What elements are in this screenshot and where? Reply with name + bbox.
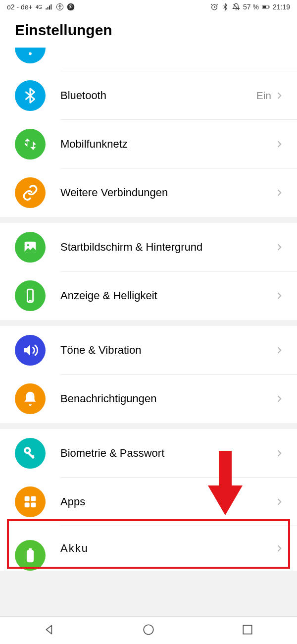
key-icon (15, 438, 46, 469)
link-icon (15, 177, 46, 208)
svg-point-12 (27, 244, 29, 246)
chevron-right-icon (274, 242, 284, 252)
sound-icon (15, 335, 46, 366)
chevron-right-icon (274, 543, 284, 553)
clock-time: 21:19 (273, 3, 290, 11)
battery-percent: 57 % (243, 3, 259, 11)
mobile-data-icon (15, 129, 46, 160)
signal-icon (45, 3, 53, 11)
settings-section-connectivity: Bluetooth Ein Mobilfunknetz Weitere Verb… (0, 48, 297, 217)
status-bar: o2 - de+ 4G 57 % 21:19 (0, 0, 297, 14)
chevron-right-icon (274, 188, 284, 198)
chevron-right-icon (274, 139, 284, 149)
apps-grid-icon (15, 486, 46, 517)
mute-icon (232, 3, 240, 11)
phone-display-icon (15, 280, 46, 311)
settings-row-apps[interactable]: Apps (0, 478, 297, 526)
nav-recent-button[interactable] (241, 623, 254, 638)
chevron-right-icon (274, 91, 284, 101)
svg-point-25 (144, 625, 153, 635)
row-label: Benachrichtigungen (60, 392, 274, 405)
image-icon (15, 232, 46, 263)
settings-row-partial[interactable] (0, 48, 297, 71)
svg-rect-1 (48, 7, 49, 9)
settings-row-more-connections[interactable]: Weitere Verbindungen (0, 168, 297, 217)
navigation-bar (0, 616, 297, 644)
settings-section-security: Biometrie & Passwort Apps Akku (0, 429, 297, 571)
row-label: Biometrie & Passwort (60, 447, 274, 460)
chevron-right-icon (274, 448, 284, 458)
settings-row-biometric-password[interactable]: Biometrie & Passwort (0, 429, 297, 478)
row-label: Töne & Vibration (60, 344, 274, 357)
settings-row-notifications[interactable]: Benachrichtigungen (0, 375, 297, 423)
svg-rect-22 (31, 502, 36, 507)
chevron-right-icon (274, 291, 284, 301)
svg-rect-21 (25, 502, 30, 507)
nav-home-button[interactable] (142, 623, 155, 638)
svg-rect-24 (29, 548, 32, 550)
battery-icon (262, 3, 270, 11)
settings-row-home-wallpaper[interactable]: Startbildschirm & Hintergrund (0, 223, 297, 271)
settings-row-mobile-network[interactable]: Mobilfunknetz (0, 120, 297, 168)
settings-row-sound-vibration[interactable]: Töne & Vibration (0, 326, 297, 375)
row-label: Akku (60, 542, 274, 555)
svg-rect-3 (50, 4, 51, 10)
settings-section-display: Startbildschirm & Hintergrund Anzeige & … (0, 223, 297, 320)
bluetooth-icon (15, 80, 46, 111)
svg-rect-20 (31, 496, 36, 501)
page-title: Einstellungen (0, 14, 297, 48)
pinterest-icon (67, 3, 75, 11)
bell-icon (15, 383, 46, 414)
bluetooth-status-icon (221, 3, 229, 11)
svg-rect-10 (269, 6, 269, 7)
svg-rect-26 (243, 625, 251, 634)
row-label: Startbildschirm & Hintergrund (60, 241, 274, 254)
accessibility-icon (56, 3, 64, 11)
network-type: 4G (36, 4, 42, 10)
row-label: Anzeige & Helligkeit (60, 289, 274, 302)
alarm-icon (210, 3, 218, 11)
svg-rect-0 (46, 8, 47, 10)
row-label: Weitere Verbindungen (60, 186, 274, 199)
svg-rect-9 (263, 6, 266, 8)
wifi-icon (15, 48, 46, 63)
settings-row-bluetooth[interactable]: Bluetooth Ein (0, 71, 297, 120)
svg-rect-23 (27, 550, 34, 563)
carrier-text: o2 - de+ (7, 3, 33, 11)
svg-point-6 (67, 3, 75, 11)
svg-point-16 (26, 449, 29, 452)
settings-section-sound: Töne & Vibration Benachrichtigungen (0, 326, 297, 423)
row-label: Mobilfunknetz (60, 138, 274, 151)
row-value: Ein (256, 90, 271, 102)
row-label: Bluetooth (60, 89, 256, 102)
chevron-right-icon (274, 345, 284, 355)
chevron-right-icon (274, 394, 284, 404)
settings-row-battery[interactable]: Akku (0, 526, 297, 571)
svg-rect-2 (49, 5, 50, 9)
nav-back-button[interactable] (43, 623, 56, 638)
settings-row-display-brightness[interactable]: Anzeige & Helligkeit (0, 271, 297, 320)
svg-rect-19 (25, 496, 30, 501)
row-label: Apps (60, 495, 274, 508)
battery-row-icon (15, 540, 46, 571)
svg-point-5 (59, 5, 60, 6)
chevron-right-icon (274, 497, 284, 507)
